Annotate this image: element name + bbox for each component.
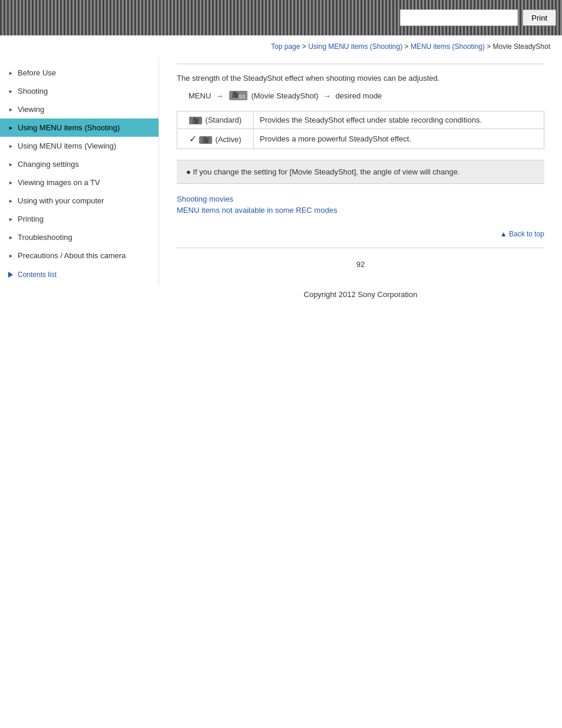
menu-arrow-2: →: [323, 91, 331, 100]
arrow-icon: ►: [8, 125, 14, 131]
note-text: If you change the setting for [Movie Ste…: [186, 167, 535, 176]
contents-link-label: Contents list: [18, 271, 57, 279]
sidebar-item-before-use[interactable]: ► Before Use: [0, 64, 158, 82]
menu-instruction: MENU → 🎥SS (Movie SteadyShot) → desired …: [177, 91, 544, 100]
arrow-icon: ►: [8, 70, 14, 76]
description: The strength of the SteadyShot effect wh…: [177, 74, 544, 83]
sidebar-item-viewing[interactable]: ► Viewing: [0, 100, 158, 118]
main-content: The strength of the SteadyShot effect wh…: [159, 58, 562, 320]
breadcrumb: Top page > Using MENU items (Shooting) >…: [0, 35, 562, 58]
search-input[interactable]: [400, 9, 518, 26]
related-links: Shooting movies MENU items not available…: [177, 195, 544, 215]
menu-label: (Movie SteadyShot): [251, 91, 318, 100]
sidebar-item-shooting[interactable]: ► Shooting: [0, 82, 158, 100]
label-active: (Active): [216, 135, 242, 144]
sidebar: ► Before Use ► Shooting ► Viewing ► Usin…: [0, 58, 159, 285]
arrow-icon: ►: [8, 253, 14, 259]
breadcrumb-menu-items[interactable]: MENU items (Shooting): [411, 42, 485, 51]
sidebar-item-printing[interactable]: ► Printing: [0, 210, 158, 228]
breadcrumb-sep1: >: [302, 42, 308, 51]
arrow-icon: ►: [8, 88, 14, 94]
breadcrumb-shooting-menu[interactable]: Using MENU items (Shooting): [308, 42, 402, 51]
page-number: 92: [177, 248, 544, 281]
breadcrumb-current: Movie SteadyShot: [493, 42, 550, 51]
top-divider: [177, 64, 544, 64]
arrow-icon: ►: [8, 180, 14, 186]
breadcrumb-sep2: >: [405, 42, 411, 51]
icon-standard: 🎥: [189, 117, 202, 124]
sidebar-item-changing-settings[interactable]: ► Changing settings: [0, 155, 158, 173]
sidebar-item-viewing-tv[interactable]: ► Viewing images on a TV: [0, 173, 158, 192]
footer-copyright: Copyright 2012 Sony Corporation: [177, 281, 544, 308]
menu-mode: desired mode: [336, 91, 382, 100]
note-box: If you change the setting for [Movie Ste…: [177, 160, 544, 184]
steadyshot-icon: 🎥SS: [229, 91, 247, 100]
print-button[interactable]: Print: [523, 9, 556, 26]
sidebar-item-precautions[interactable]: ► Precautions / About this camera: [0, 246, 158, 265]
table-icon-standard: 🎥 (Standard): [177, 111, 254, 129]
table-icon-active: ✓ 🎥 (Active): [177, 129, 254, 149]
top-bar: Print: [0, 0, 562, 35]
sidebar-label: Viewing images on a TV: [18, 178, 100, 187]
table-desc-active: Provides a more powerful SteadyShot effe…: [254, 129, 544, 149]
back-to-top[interactable]: Back to top: [177, 226, 544, 242]
sidebar-label: Precautions / About this camera: [18, 251, 126, 260]
breadcrumb-top[interactable]: Top page: [271, 42, 300, 51]
icon-active: 🎥: [199, 136, 212, 144]
link-shooting-movies[interactable]: Shooting movies: [177, 195, 544, 203]
options-table: 🎥 (Standard) Provides the SteadyShot eff…: [177, 111, 544, 149]
layout: ► Before Use ► Shooting ► Viewing ► Usin…: [0, 58, 562, 320]
sidebar-label: Shooting: [18, 87, 48, 95]
sidebar-label: Using with your computer: [18, 196, 104, 205]
menu-text: MENU: [189, 91, 211, 100]
sidebar-item-using-computer[interactable]: ► Using with your computer: [0, 192, 158, 210]
sidebar-item-using-menu-viewing[interactable]: ► Using MENU items (Viewing): [0, 137, 158, 155]
check-icon: ✓: [189, 134, 197, 144]
sidebar-label: Before Use: [18, 68, 56, 77]
menu-arrow-1: →: [216, 91, 223, 100]
arrow-icon: ►: [8, 162, 14, 167]
sidebar-label: Using MENU items (Viewing): [18, 141, 116, 150]
sidebar-item-using-menu-shooting[interactable]: ► Using MENU items (Shooting): [0, 118, 158, 137]
sidebar-label: Troubleshooting: [18, 233, 72, 242]
contents-link[interactable]: Contents list: [0, 265, 158, 285]
table-desc-standard: Provides the SteadyShot effect under sta…: [254, 111, 544, 129]
arrow-icon: ►: [8, 143, 14, 149]
link-menu-items-rec[interactable]: MENU items not available in some REC mod…: [177, 206, 544, 215]
sidebar-label: Viewing: [18, 105, 44, 114]
arrow-icon: ►: [8, 235, 14, 241]
label-standard: (Standard): [206, 116, 242, 124]
sidebar-label: Printing: [18, 215, 44, 223]
breadcrumb-sep3: >: [487, 42, 492, 51]
arrow-icon: ►: [8, 198, 14, 204]
sidebar-label: Changing settings: [18, 160, 79, 169]
arrow-icon: ►: [8, 107, 14, 113]
arrow-right-icon: [8, 272, 13, 278]
sidebar-label: Using MENU items (Shooting): [18, 123, 120, 132]
sidebar-item-troubleshooting[interactable]: ► Troubleshooting: [0, 228, 158, 246]
table-row: 🎥 (Standard) Provides the SteadyShot eff…: [177, 111, 544, 129]
arrow-icon: ►: [8, 216, 14, 222]
table-row: ✓ 🎥 (Active) Provides a more powerful St…: [177, 129, 544, 149]
